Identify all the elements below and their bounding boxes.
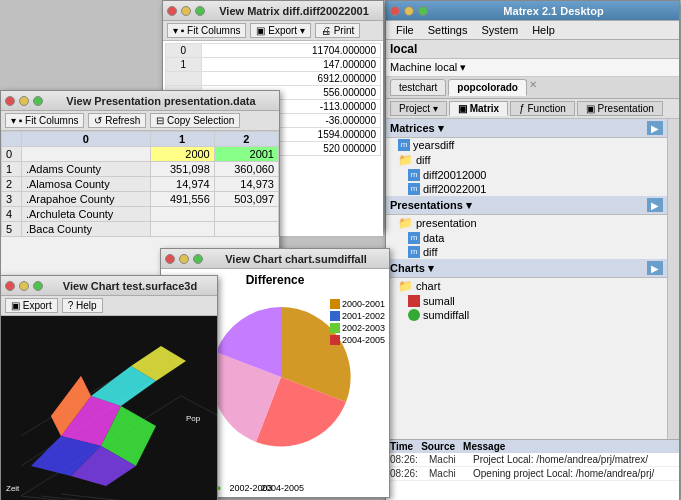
- matrix-fit-cols-btn[interactable]: ▾ ▪ Fit Columns: [167, 23, 246, 38]
- pres-min-btn[interactable]: [19, 96, 29, 106]
- surface3d-titlebar: View Chart test.surface3d: [1, 276, 217, 296]
- tree-item-yearsdiff[interactable]: m yearsdiff: [386, 138, 667, 152]
- tree-label-diff: diff: [416, 154, 430, 166]
- presentations-label: Presentations ▾: [390, 199, 472, 212]
- pres-toolbar: ▾ ▪ Fit Columns ↺ Refresh ⊟ Copy Selecti…: [1, 111, 279, 131]
- pres-cell-5-1: [150, 222, 214, 237]
- charts-add-btn[interactable]: ▶: [647, 261, 663, 275]
- chart-min-btn[interactable]: [179, 254, 189, 264]
- pres-rowh-3: 3: [2, 192, 22, 207]
- pres-cell-2-1: 14,974: [150, 177, 214, 192]
- pres-row-3: 3 .Arapahoe County 491,556 503,097: [2, 192, 279, 207]
- menu-system[interactable]: System: [475, 23, 524, 37]
- chart-max-btn[interactable]: [193, 254, 203, 264]
- surface3d-help-btn[interactable]: ? Help: [62, 298, 103, 313]
- pres-rowh-1: 1: [2, 162, 22, 177]
- log-col-message: Message: [463, 441, 505, 452]
- tree-item-sumall[interactable]: sumall: [386, 294, 667, 308]
- matrix-close-btn[interactable]: [167, 6, 177, 16]
- log-msg-2: Opening project Local: /home/andrea/prj/: [473, 468, 654, 479]
- tree-item-diff-folder[interactable]: 📁 diff: [386, 152, 667, 168]
- pres-cell-1-0: .Adams County: [21, 162, 150, 177]
- pres-refresh-label: ↺ Refresh: [94, 115, 140, 126]
- tab-popcolorado[interactable]: popcolorado: [448, 79, 527, 96]
- pres-header-row: 0 1 2: [2, 132, 279, 147]
- folder-icon-chart: 📁: [398, 279, 413, 293]
- tree-scrollbar[interactable]: [667, 119, 679, 439]
- pres-row-1: 1 .Adams County 351,098 360,060: [2, 162, 279, 177]
- matrix-print-btn[interactable]: 🖨 Print: [315, 23, 360, 38]
- matrex-close-btn[interactable]: [390, 6, 400, 16]
- surface3d-min-btn[interactable]: [19, 281, 29, 291]
- surface3d-close-btn[interactable]: [5, 281, 15, 291]
- pres-fit-cols-btn[interactable]: ▾ ▪ Fit Columns: [5, 113, 84, 128]
- tree-item-sumdiffall[interactable]: sumdiffall: [386, 308, 667, 322]
- tree-area: Matrices ▾ ▶ m yearsdiff 📁 diff m diff20…: [386, 119, 679, 439]
- log-source-2: Machi: [429, 468, 469, 479]
- machine-row[interactable]: Machine local ▾: [386, 59, 679, 77]
- project-tab-project[interactable]: Project ▾: [390, 101, 447, 116]
- tree-label-sumdiffall: sumdiffall: [423, 309, 469, 321]
- pres-hdr-0: 0: [21, 132, 150, 147]
- legend-item-4: 2004-2005: [330, 335, 385, 345]
- tab-close-icon[interactable]: ✕: [529, 79, 537, 96]
- bottom-legend-3: 2004-2005: [261, 483, 304, 493]
- tree-label-pres-diff: diff: [423, 246, 437, 258]
- matrex-min-btn[interactable]: [404, 6, 414, 16]
- pres-cell-1-1: 351,098: [150, 162, 214, 177]
- matrices-add-btn[interactable]: ▶: [647, 121, 663, 135]
- pres-cell-3-2: 503,097: [214, 192, 278, 207]
- tree-item-diff20012000[interactable]: m diff20012000: [386, 168, 667, 182]
- pres-copy-label: ⊟ Copy Selection: [156, 115, 234, 126]
- project-tab-function[interactable]: ƒ Function: [510, 101, 575, 116]
- tree-item-presentation-folder[interactable]: 📁 presentation: [386, 215, 667, 231]
- pres-max-btn[interactable]: [33, 96, 43, 106]
- pres-refresh-btn[interactable]: ↺ Refresh: [88, 113, 146, 128]
- matrix-min-btn[interactable]: [181, 6, 191, 16]
- chart-title: View Chart chart.sumdiffall: [207, 253, 385, 265]
- charts-section-header: Charts ▾ ▶: [386, 259, 667, 278]
- menu-file[interactable]: File: [390, 23, 420, 37]
- chart-titlebar: View Chart chart.sumdiffall: [161, 249, 389, 269]
- pres-cell-2-2: 14,973: [214, 177, 278, 192]
- menu-help[interactable]: Help: [526, 23, 561, 37]
- matrix-export-btn[interactable]: ▣ Export ▾: [250, 23, 310, 38]
- matrex-menubar: File Settings System Help: [386, 21, 679, 40]
- project-tab-presentation[interactable]: ▣ Presentation: [577, 101, 663, 116]
- pres-copy-btn[interactable]: ⊟ Copy Selection: [150, 113, 240, 128]
- project-tab-matrix[interactable]: ▣ Matrix: [449, 101, 508, 116]
- matrex-tabs: testchart popcolorado ✕: [386, 77, 679, 99]
- presentations-section-header: Presentations ▾ ▶: [386, 196, 667, 215]
- pres-close-btn[interactable]: [5, 96, 15, 106]
- tree-item-presentation-diff[interactable]: m diff: [386, 245, 667, 259]
- surface3d-title: View Chart test.surface3d: [47, 280, 213, 292]
- tree-item-presentation-data[interactable]: m data: [386, 231, 667, 245]
- chart-close-btn[interactable]: [165, 254, 175, 264]
- surface3d-export-btn[interactable]: ▣ Export: [5, 298, 58, 313]
- pres-cell-5-2: [214, 222, 278, 237]
- pres-rowh-0: 0: [2, 147, 22, 162]
- pres-row-5: 5 .Baca County: [2, 222, 279, 237]
- matrix-cell-row1-hdr: 1: [166, 58, 202, 72]
- legend-label-4: 2004-2005: [342, 335, 385, 345]
- matrix-cell-row0-hdr: 0: [166, 44, 202, 58]
- pres-rowh-4: 4: [2, 207, 22, 222]
- chart-legend: 2000-2001 2001-2002 2002-2003 2004-2005: [330, 299, 385, 345]
- matrex-max-btn[interactable]: [418, 6, 428, 16]
- matrix-max-btn[interactable]: [195, 6, 205, 16]
- menu-settings[interactable]: Settings: [422, 23, 474, 37]
- presentations-add-btn[interactable]: ▶: [647, 198, 663, 212]
- pres-cell-0-2: 2001: [214, 147, 278, 162]
- legend-label-2: 2001-2002: [342, 311, 385, 321]
- matrex-title: Matrex 2.1 Desktop: [432, 5, 675, 17]
- surface3d-max-btn[interactable]: [33, 281, 43, 291]
- tree-item-chart-folder[interactable]: 📁 chart: [386, 278, 667, 294]
- legend-label-3: 2002-2003: [342, 323, 385, 333]
- pres-data-table: 0 1 2 0 2000 2001 1 .Adams County 351,09…: [1, 131, 279, 237]
- chart-bar-icon-sumall: [408, 295, 420, 307]
- tab-testchart[interactable]: testchart: [390, 79, 446, 96]
- tree-item-diff20022001[interactable]: m diff20022001: [386, 182, 667, 196]
- legend-item-2: 2001-2002: [330, 311, 385, 321]
- log-row-1: 08:26: Machi Project Local: /home/andrea…: [386, 453, 679, 467]
- pres-cell-3-0: .Arapahoe County: [21, 192, 150, 207]
